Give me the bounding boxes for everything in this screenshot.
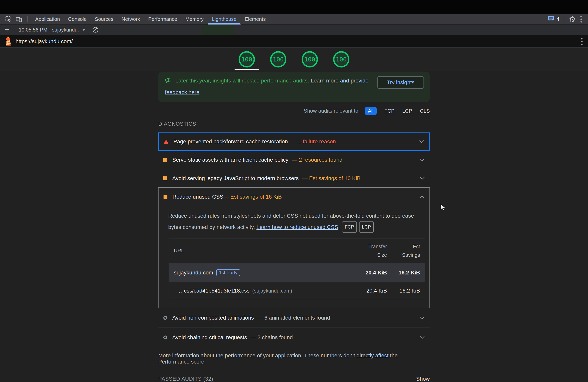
active-category-underline (235, 69, 259, 70)
tabbar-right-controls: 4 ⚙ (547, 14, 585, 24)
tab-lighthouse[interactable]: Lighthouse (208, 14, 241, 24)
table-row[interactable]: sujaykundu.com 1st Party 20.4 KiB 16.2 K… (169, 263, 425, 282)
clear-reports-icon[interactable] (92, 26, 99, 33)
chevron-down-icon[interactable] (420, 177, 425, 180)
audit-filter-bar: Show audits relevant to: All FCP LCP CLS (158, 107, 430, 115)
gauge-seo[interactable]: 100 (329, 48, 354, 71)
tab-elements[interactable]: Elements (241, 14, 270, 24)
learn-how-link[interactable]: Learn how to reduce unused CSS (256, 224, 338, 230)
megaphone-icon (165, 77, 173, 87)
tab-performance[interactable]: Performance (144, 14, 181, 24)
filter-fcp-link[interactable]: FCP (384, 108, 395, 114)
audit-reduce-unused-css-header[interactable]: Reduce unused CSS — Est savings of 16 Ki… (158, 188, 430, 206)
description-period: . (338, 224, 340, 230)
score-gauge: 100 (239, 51, 255, 67)
inspect-element-icon[interactable] (3, 15, 14, 23)
filter-lcp-link[interactable]: LCP (402, 108, 412, 114)
audit-value: — 2 chains found (251, 334, 293, 340)
table-row[interactable]: …css/cad41b541d3fe118.css (sujaykundu.co… (169, 282, 425, 299)
directly-affect-link[interactable]: directly affect (357, 352, 388, 359)
warning-square-icon (163, 158, 167, 162)
lighthouse-report: Later this year, insights will replace p… (0, 71, 588, 382)
devtools-tabs: Application Console Sources Network Perf… (31, 14, 270, 24)
passed-audits-heading: PASSED AUDITS (32) (158, 376, 213, 382)
insights-banner-text: Later this year, insights will replace p… (165, 75, 378, 98)
insights-banner: Later this year, insights will replace p… (158, 72, 430, 102)
audit-non-composited-animations[interactable]: Avoid non-composited animations — 6 anim… (158, 308, 430, 328)
tab-application[interactable]: Application (31, 14, 64, 24)
passed-audits-show-button[interactable]: Show (416, 376, 430, 382)
console-messages-icon[interactable] (547, 16, 555, 23)
audit-chaining-critical-requests[interactable]: Avoid chaining critical requests — 2 cha… (158, 328, 430, 347)
footer-text: More information about the performance o… (158, 352, 357, 359)
toolbar-divider (27, 16, 28, 22)
gauge-best-practices[interactable]: 100 (298, 48, 322, 71)
audit-title: Avoid serving legacy JavaScript to moder… (172, 175, 299, 181)
chevron-down-icon[interactable] (420, 336, 425, 339)
gauge-accessibility[interactable]: 100 (266, 48, 291, 71)
audit-cache-policy[interactable]: Serve static assets with an efficient ca… (158, 151, 430, 169)
col-header-transfer-size: Transfer Size (348, 242, 387, 259)
audit-value: — 2 resources found (292, 157, 342, 163)
resources-table: URL Transfer Size Est Savings sujaykundu… (168, 238, 425, 299)
resource-url-cell: …css/cad41b541d3fe118.css (sujaykundu.co… (174, 288, 348, 294)
tab-sources[interactable]: Sources (91, 14, 117, 24)
audited-url: https://sujaykundu.com/ (16, 38, 73, 44)
window-top-strip (0, 0, 588, 14)
score-summary-band: 100 100 100 100 (0, 48, 588, 71)
filter-cls-link[interactable]: CLS (420, 108, 430, 114)
more-options-icon[interactable] (578, 14, 585, 24)
tab-network[interactable]: Network (117, 14, 144, 24)
lcp-chip: LCP (359, 221, 374, 233)
chevron-down-icon (82, 29, 85, 31)
audited-url-row: https://sujaykundu.com/ (0, 35, 588, 48)
audit-value: — 6 animated elements found (257, 315, 330, 321)
gauge-performance[interactable]: 100 (235, 48, 259, 71)
score-gauge: 100 (333, 51, 349, 67)
try-insights-button[interactable]: Try insights (378, 76, 424, 89)
audit-bf-cache[interactable]: Page prevented back/forward cache restor… (158, 132, 430, 151)
audit-title: Serve static assets with an efficient ca… (172, 157, 288, 163)
chevron-down-icon[interactable] (420, 316, 425, 319)
messages-count: 4 (556, 16, 560, 22)
chevron-up-icon[interactable] (420, 195, 424, 198)
active-tab-highlight (202, 24, 234, 35)
chevron-down-icon[interactable] (420, 158, 425, 161)
settings-gear-icon[interactable]: ⚙ (569, 15, 576, 23)
audit-title: Avoid non-composited animations (172, 315, 254, 321)
warning-square-icon (163, 176, 167, 180)
warning-square-icon (164, 195, 168, 199)
filter-label: Show audits relevant to: (304, 108, 360, 114)
est-savings-value: 16.2 KiB (387, 270, 420, 276)
audit-value: — Est savings of 16 KiB (223, 194, 282, 200)
table-header-row: URL Transfer Size Est Savings (169, 238, 425, 263)
col-header-est-savings: Est Savings (387, 242, 420, 259)
score-gauge: 100 (270, 51, 286, 67)
tab-memory[interactable]: Memory (181, 14, 208, 24)
diagnostics-list: Page prevented back/forward cache restor… (158, 132, 430, 347)
audit-value: — 1 failure reason (291, 138, 336, 145)
info-circle-icon (163, 336, 167, 340)
resource-url-cell: sujaykundu.com 1st Party (174, 269, 348, 276)
tab-lighthouse-label: Lighthouse (212, 16, 236, 22)
report-session-dropdown[interactable]: 10:05:56 PM - sujaykundu. (19, 27, 85, 33)
toolbar-divider (14, 27, 14, 33)
diagnostics-footer-note: More information about the performance o… (158, 352, 430, 365)
new-report-plus-icon[interactable]: + (5, 26, 10, 34)
first-party-badge: 1st Party (216, 269, 240, 276)
audit-title: Page prevented back/forward cache restor… (173, 138, 288, 145)
device-toolbar-icon[interactable] (14, 15, 24, 23)
diagnostics-heading: DIAGNOSTICS (158, 121, 430, 127)
filter-all-pill[interactable]: All (365, 107, 377, 115)
resource-origin: (sujaykundu.com) (252, 288, 292, 294)
tab-console[interactable]: Console (64, 14, 91, 24)
info-circle-icon (163, 316, 167, 320)
report-options-icon[interactable] (578, 37, 585, 46)
fcp-chip: FCP (342, 221, 357, 233)
audit-legacy-javascript[interactable]: Avoid serving legacy JavaScript to moder… (158, 169, 430, 188)
row-divider (158, 347, 430, 347)
col-header-url: URL (174, 248, 348, 254)
chevron-down-icon[interactable] (419, 140, 424, 143)
audit-description: Reduce unused rules from stylesheets and… (168, 211, 423, 233)
resource-url: …css/cad41b541d3fe118.css (178, 288, 250, 294)
